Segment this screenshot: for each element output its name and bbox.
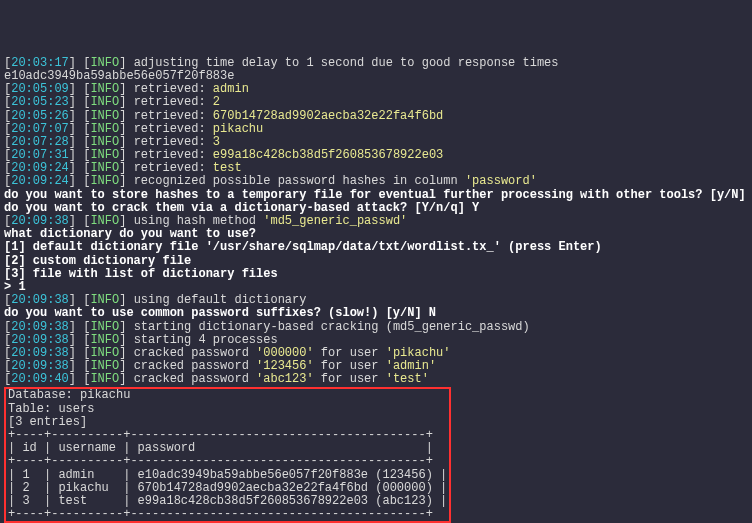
log-line: [20:09:40] [INFO] cracked password 'abc1…: [4, 373, 748, 386]
terminal-output: [20:03:17] [INFO] adjusting time delay t…: [4, 57, 748, 523]
prompt-line: [3] file with list of dictionary files: [4, 268, 748, 281]
result-table: Database: pikachuTable: users[3 entries]…: [4, 387, 451, 523]
